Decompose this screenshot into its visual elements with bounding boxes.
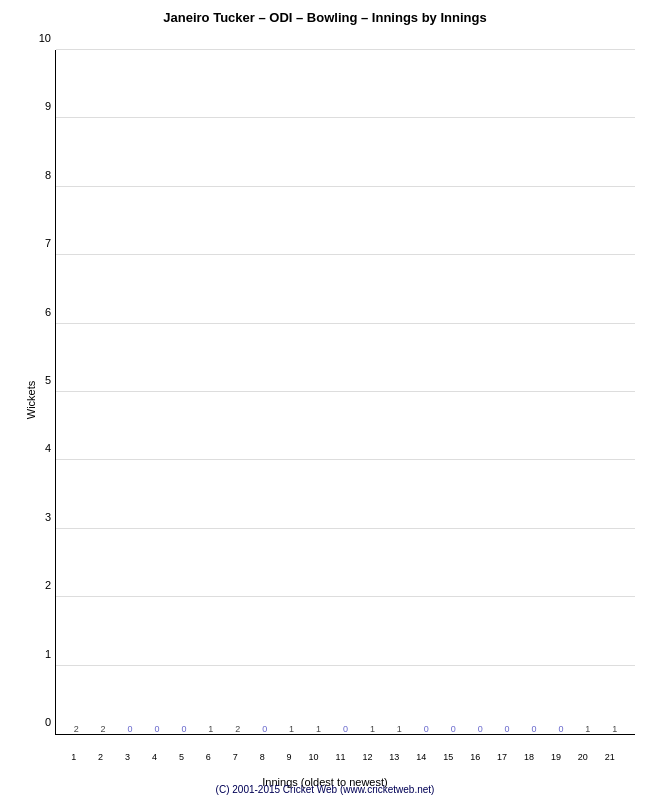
- bar-value-label: 0: [174, 724, 194, 734]
- gridline: [56, 391, 635, 392]
- bar-value-label: 2: [66, 724, 86, 734]
- gridline: [56, 528, 635, 529]
- y-tick-label: 3: [36, 511, 56, 523]
- x-tick-label: 14: [416, 752, 426, 762]
- bar-value-label: 1: [201, 724, 221, 734]
- x-tick-label: 21: [605, 752, 615, 762]
- bar-value-label: 0: [443, 724, 463, 734]
- x-tick-label: 19: [551, 752, 561, 762]
- chart-title: Janeiro Tucker – ODI – Bowling – Innings…: [0, 10, 650, 25]
- x-tick-label: 5: [179, 752, 184, 762]
- y-tick-label: 10: [36, 32, 56, 44]
- y-tick-label: 5: [36, 374, 56, 386]
- x-tick-label: 16: [470, 752, 480, 762]
- y-tick-label: 7: [36, 237, 56, 249]
- y-tick-label: 6: [36, 306, 56, 318]
- bar-value-label: 0: [524, 724, 544, 734]
- bar-value-label: 1: [389, 724, 409, 734]
- gridline: [56, 665, 635, 666]
- x-tick-label: 6: [206, 752, 211, 762]
- x-tick-label: 9: [287, 752, 292, 762]
- y-tick-label: 8: [36, 169, 56, 181]
- bar-value-label: 2: [93, 724, 113, 734]
- gridline: [56, 459, 635, 460]
- bar-value-label: 1: [282, 724, 302, 734]
- x-tick-label: 3: [125, 752, 130, 762]
- chart-area: 0123456789102122030405162708191100111121…: [55, 50, 635, 735]
- x-tick-label: 8: [260, 752, 265, 762]
- bar-value-label: 0: [147, 724, 167, 734]
- y-tick-label: 1: [36, 648, 56, 660]
- x-tick-label: 18: [524, 752, 534, 762]
- gridline: [56, 117, 635, 118]
- x-tick-label: 12: [362, 752, 372, 762]
- y-tick-label: 2: [36, 579, 56, 591]
- chart-container: Janeiro Tucker – ODI – Bowling – Innings…: [0, 0, 650, 800]
- x-tick-label: 20: [578, 752, 588, 762]
- bar-value-label: 0: [551, 724, 571, 734]
- y-tick-label: 9: [36, 100, 56, 112]
- bar-value-label: 1: [309, 724, 329, 734]
- bar-value-label: 0: [470, 724, 490, 734]
- bar-value-label: 0: [416, 724, 436, 734]
- y-tick-label: 0: [36, 716, 56, 728]
- gridline: [56, 186, 635, 187]
- y-tick-label: 4: [36, 442, 56, 454]
- x-tick-label: 10: [309, 752, 319, 762]
- x-tick-label: 4: [152, 752, 157, 762]
- x-tick-label: 13: [389, 752, 399, 762]
- bar-value-label: 0: [120, 724, 140, 734]
- gridline: [56, 323, 635, 324]
- gridline: [56, 596, 635, 597]
- bar-value-label: 0: [255, 724, 275, 734]
- gridline: [56, 254, 635, 255]
- bar-value-label: 1: [362, 724, 382, 734]
- x-tick-label: 2: [98, 752, 103, 762]
- gridline: [56, 49, 635, 50]
- y-axis-label: Wickets: [25, 381, 37, 420]
- x-tick-label: 15: [443, 752, 453, 762]
- bar-value-label: 1: [605, 724, 625, 734]
- x-tick-label: 11: [335, 752, 345, 762]
- bar-value-label: 1: [578, 724, 598, 734]
- x-tick-label: 1: [71, 752, 76, 762]
- x-tick-label: 7: [233, 752, 238, 762]
- bar-value-label: 0: [336, 724, 356, 734]
- footer: (C) 2001-2015 Cricket Web (www.cricketwe…: [0, 784, 650, 795]
- bar-value-label: 0: [497, 724, 517, 734]
- x-tick-label: 17: [497, 752, 507, 762]
- bar-value-label: 2: [228, 724, 248, 734]
